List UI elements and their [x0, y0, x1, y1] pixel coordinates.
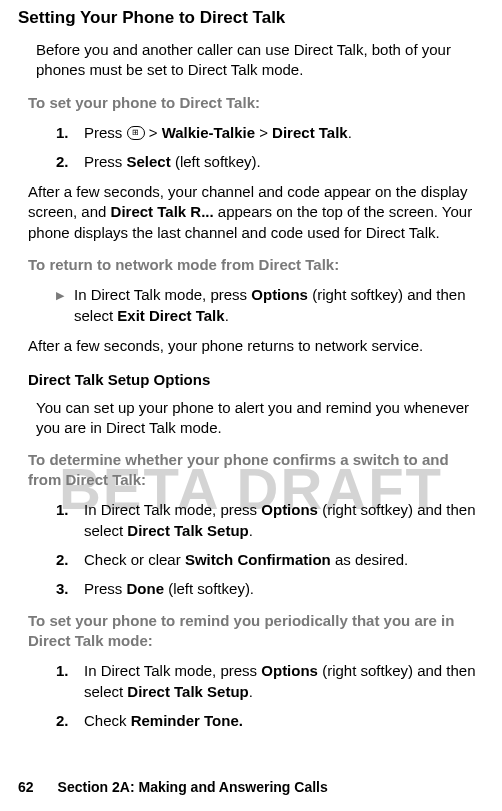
step-number: 2.	[56, 151, 74, 172]
body-paragraph-2: After a few seconds, your phone returns …	[28, 336, 484, 356]
text-part: .	[348, 124, 352, 141]
text-part: >	[145, 124, 162, 141]
step-text: In Direct Talk mode, press Options (righ…	[74, 284, 484, 326]
step-1-1: 1. Press ⊞ > Walkie-Talkie > Direct Talk…	[56, 122, 484, 143]
bold-text: Options	[251, 286, 308, 303]
step-3-1: 1. In Direct Talk mode, press Options (r…	[56, 499, 484, 541]
step-text: Check Reminder Tone.	[84, 710, 484, 731]
text-part: >	[255, 124, 272, 141]
text-part: In Direct Talk mode, press	[84, 501, 261, 518]
bold-text: Done	[127, 580, 165, 597]
procedure-heading-2: To return to network mode from Direct Ta…	[28, 255, 484, 275]
body-paragraph-1: After a few seconds, your channel and co…	[28, 182, 484, 243]
bold-text: Options	[261, 662, 318, 679]
step-3-3: 3. Press Done (left softkey).	[56, 578, 484, 599]
bullet-step: ▶ In Direct Talk mode, press Options (ri…	[56, 284, 484, 326]
step-number: 1.	[56, 122, 74, 143]
procedure-heading-4: To set your phone to remind you periodic…	[28, 611, 484, 650]
intro-paragraph: Before you and another caller can use Di…	[36, 40, 484, 81]
step-number: 1.	[56, 499, 74, 541]
step-text: Press Done (left softkey).	[84, 578, 484, 599]
step-number: 2.	[56, 549, 74, 570]
step-text: In Direct Talk mode, press Options (righ…	[84, 499, 484, 541]
bold-text: Walkie-Talkie	[162, 124, 255, 141]
text-part: Check	[84, 712, 131, 729]
page-number: 62	[18, 779, 34, 795]
text-part: Press	[84, 153, 127, 170]
step-number: 1.	[56, 660, 74, 702]
page-content: Setting Your Phone to Direct Talk Before…	[18, 8, 484, 731]
bold-text: Select	[127, 153, 171, 170]
text-part: Press	[84, 580, 127, 597]
text-part: (left softkey).	[171, 153, 261, 170]
step-text: In Direct Talk mode, press Options (righ…	[84, 660, 484, 702]
bold-text: Options	[261, 501, 318, 518]
step-4-1: 1. In Direct Talk mode, press Options (r…	[56, 660, 484, 702]
step-number: 3.	[56, 578, 74, 599]
bold-text: Direct Talk Setup	[127, 522, 248, 539]
text-part: as desired.	[331, 551, 409, 568]
bold-text: Direct Talk	[272, 124, 348, 141]
bullet-icon: ▶	[56, 288, 64, 326]
bold-text: Switch Confirmation	[185, 551, 331, 568]
text-part: Check or clear	[84, 551, 185, 568]
sub-intro-paragraph: You can set up your phone to alert you a…	[36, 398, 484, 439]
text-part: In Direct Talk mode, press	[84, 662, 261, 679]
step-1-2: 2. Press Select (left softkey).	[56, 151, 484, 172]
step-number: 2.	[56, 710, 74, 731]
main-heading: Setting Your Phone to Direct Talk	[18, 8, 484, 28]
procedure-heading-3: To determine whether your phone confirms…	[28, 450, 484, 489]
text-part: .	[225, 307, 229, 324]
text-part: In Direct Talk mode, press	[74, 286, 251, 303]
bold-text: Direct Talk R...	[111, 203, 214, 220]
step-text: Press Select (left softkey).	[84, 151, 484, 172]
sub-heading: Direct Talk Setup Options	[28, 371, 484, 388]
step-text: Check or clear Switch Confirmation as de…	[84, 549, 484, 570]
text-part: .	[249, 683, 253, 700]
text-part: Press	[84, 124, 127, 141]
page-footer: 62Section 2A: Making and Answering Calls	[18, 779, 328, 795]
section-label: Section 2A: Making and Answering Calls	[58, 779, 328, 795]
bold-text: Reminder Tone.	[131, 712, 243, 729]
procedure-heading-1: To set your phone to Direct Talk:	[28, 93, 484, 113]
step-text: Press ⊞ > Walkie-Talkie > Direct Talk.	[84, 122, 484, 143]
text-part: (left softkey).	[164, 580, 254, 597]
menu-key-icon: ⊞	[127, 126, 145, 140]
step-4-2: 2. Check Reminder Tone.	[56, 710, 484, 731]
bold-text: Direct Talk Setup	[127, 683, 248, 700]
bold-text: Exit Direct Talk	[117, 307, 224, 324]
text-part: .	[249, 522, 253, 539]
step-3-2: 2. Check or clear Switch Confirmation as…	[56, 549, 484, 570]
